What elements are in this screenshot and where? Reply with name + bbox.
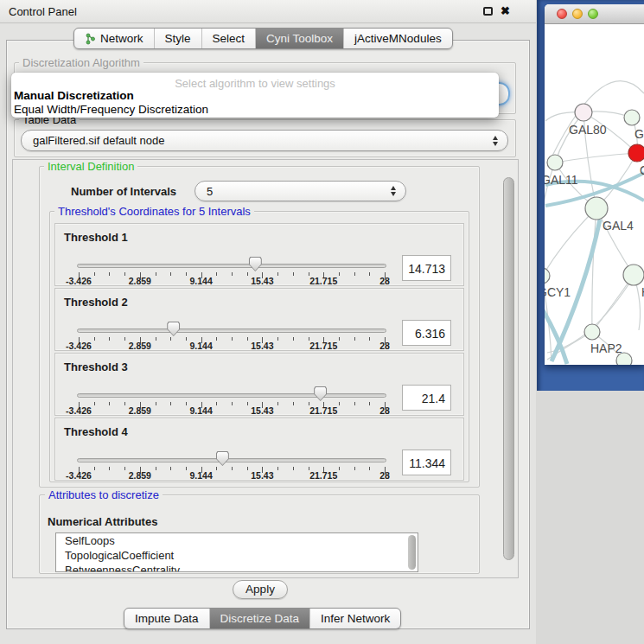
tick-label: 9.144	[189, 405, 212, 416]
tick-mark	[232, 467, 233, 470]
list-item-topologicalcoefficient[interactable]: TopologicalCoefficient	[56, 548, 418, 563]
tick-mark	[109, 467, 110, 470]
tick-mark	[354, 337, 355, 341]
mac-minimize-button[interactable]	[572, 9, 583, 19]
control-panel-window: Control Panel ✖ NetworkStyleSelectCyni T…	[0, 0, 536, 644]
tab-impute-data[interactable]: Impute Data	[124, 609, 210, 628]
tick-mark	[109, 337, 110, 341]
combo-stepper-icon	[493, 136, 498, 146]
close-icon[interactable]: ✖	[501, 4, 510, 17]
node-label: G	[634, 127, 644, 141]
network-node-gal80[interactable]	[575, 104, 592, 121]
network-icon	[85, 33, 96, 45]
tick-label: 28	[379, 341, 390, 351]
mac-zoom-button[interactable]	[588, 9, 598, 19]
threshold-value-field[interactable]: 14.713	[402, 255, 451, 281]
tick-mark	[369, 272, 370, 276]
slider-thumb[interactable]	[167, 322, 180, 336]
slider-thumb[interactable]	[216, 451, 229, 466]
tick-label: 21.715	[309, 405, 337, 416]
tick-mark	[277, 467, 278, 470]
algorithm-dropdown-popup: Select algorithm to view settings Manual…	[11, 73, 499, 118]
tab-label: Network	[100, 32, 143, 45]
tick-mark	[247, 467, 248, 470]
slider-thumb[interactable]	[249, 257, 262, 271]
tab-label: Discretize Data	[220, 612, 300, 625]
number-of-intervals-spinner[interactable]: 5	[194, 181, 406, 201]
undock-icon[interactable]	[483, 7, 493, 16]
network-node-g[interactable]	[624, 110, 640, 125]
tick-mark	[94, 467, 95, 470]
node-label: HAP2	[590, 341, 622, 355]
tab-cyni-toolbox[interactable]: Cyni Toolbox	[256, 29, 344, 48]
node-label: GAL80	[569, 123, 607, 137]
tick-mark	[156, 337, 156, 341]
tick-label: 28	[379, 405, 390, 416]
network-window-titlebar[interactable]	[545, 4, 644, 24]
node-label: GCY1	[545, 285, 571, 299]
threshold-label: Threshold 3	[64, 360, 128, 373]
tab-discretize-data[interactable]: Discretize Data	[210, 609, 311, 628]
tick-label: 2.859	[129, 341, 151, 351]
node-label: C	[640, 163, 644, 177]
threshold-label: Threshold 4	[64, 425, 128, 438]
tick-mark	[247, 337, 248, 341]
tick-mark	[247, 402, 248, 405]
network-node-gal11[interactable]	[547, 155, 563, 170]
threshold-value-field[interactable]: 11.344	[402, 450, 451, 475]
tick-mark	[277, 402, 278, 405]
tick-mark	[124, 272, 125, 276]
vertical-scrollbar[interactable]	[503, 177, 514, 560]
network-edge	[555, 153, 637, 163]
table-data-combobox[interactable]: galFiltered.sif default node	[21, 130, 508, 151]
slider-thumb[interactable]	[314, 386, 327, 401]
tick-label: 28	[379, 276, 390, 286]
mac-close-button[interactable]	[557, 9, 567, 19]
tick-mark	[94, 402, 95, 405]
numerical-attributes-list[interactable]: SelfLoopsTopologicalCoefficientBetweenne…	[55, 532, 418, 572]
tick-mark	[170, 467, 171, 470]
tick-mark	[232, 272, 233, 276]
network-node-gcy1[interactable]	[545, 268, 550, 284]
apply-button[interactable]: Apply	[233, 580, 288, 599]
tab-network[interactable]: Network	[74, 29, 155, 48]
slider-track[interactable]	[77, 458, 386, 462]
network-canvas[interactable]: GAL80GCGAL11GAL4GCY1HHAP2	[545, 24, 644, 365]
interval-definition-label: Interval Definition	[44, 160, 137, 173]
threshold-panel-4: Threshold 4-3.4262.8599.14415.4321.71528…	[54, 418, 464, 481]
network-node-c[interactable]	[628, 144, 644, 162]
number-of-intervals-value: 5	[195, 185, 391, 198]
tab-label: Impute Data	[135, 612, 199, 625]
tick-mark	[339, 272, 340, 276]
menu-item-manual-discretization[interactable]: Manual Discretization	[13, 89, 497, 102]
network-node-h[interactable]	[623, 265, 644, 285]
slider-track[interactable]	[77, 264, 386, 268]
tick-label: 21.715	[309, 276, 337, 286]
slider-track[interactable]	[77, 393, 386, 398]
tick-mark	[186, 337, 187, 341]
network-node[interactable]	[616, 353, 632, 365]
list-scrollbar[interactable]	[408, 535, 416, 570]
tick-mark	[170, 337, 171, 341]
tab-style[interactable]: Style	[155, 29, 202, 48]
list-item-betweennesscentrality[interactable]: BetweennessCentrality	[56, 563, 418, 572]
network-node-gal4[interactable]	[585, 197, 608, 220]
tab-select[interactable]: Select	[202, 29, 257, 48]
list-item-selfloops[interactable]: SelfLoops	[56, 533, 418, 548]
tick-mark	[277, 272, 278, 276]
menu-item-equal-width-frequency-discretization[interactable]: Equal Width/Frequency Discretization	[13, 103, 497, 116]
slider-track[interactable]	[77, 328, 386, 333]
threshold-value-field[interactable]: 21.4	[402, 385, 451, 411]
tick-mark	[186, 467, 187, 470]
tick-label: 15.43	[251, 470, 273, 481]
tab-infer-network[interactable]: Infer Network	[310, 609, 400, 628]
tab-jactivemnodules[interactable]: jActiveMNodules	[344, 29, 452, 48]
network-node-hap2[interactable]	[584, 324, 600, 340]
control-panel-titlebar: Control Panel ✖	[0, 0, 536, 23]
tab-label: Cyni Toolbox	[266, 32, 333, 45]
tick-label: 9.144	[189, 470, 212, 481]
tick-mark	[293, 272, 294, 276]
tick-label: 21.715	[309, 470, 337, 481]
threshold-value-field[interactable]: 6.316	[402, 320, 451, 346]
node-label: GAL4	[603, 219, 634, 233]
